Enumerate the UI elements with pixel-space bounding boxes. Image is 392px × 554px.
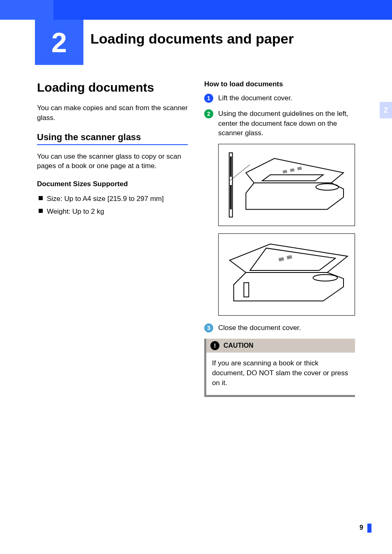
- header-tab: [0, 0, 53, 20]
- step-number-badge: 2: [204, 109, 213, 118]
- mini-heading: Document Sizes Supported: [37, 180, 188, 188]
- caution-icon: !: [210, 341, 219, 350]
- subsection-heading: Using the scanner glass: [37, 132, 188, 145]
- figure-scanner-open-with-guide: [218, 144, 355, 226]
- supported-sizes-list: Size: Up to A4 size [215.9 to 297 mm] We…: [37, 193, 188, 217]
- step-row: 2 Using the document guidelines on the l…: [204, 109, 355, 138]
- caution-box: ! CAUTION If you are scanning a book or …: [204, 339, 355, 397]
- figure-scanner-open-flat: [218, 233, 355, 316]
- header-bar: [0, 0, 392, 20]
- scanner-illustration-2: [221, 234, 352, 315]
- list-item: Weight: Up to 2 kg: [39, 206, 188, 217]
- page-number-mark: [367, 524, 371, 533]
- chapter-title: Loading documents and paper: [90, 31, 294, 47]
- svg-point-5: [313, 275, 337, 281]
- svg-rect-6: [244, 283, 249, 297]
- step-text: Lift the document cover.: [218, 93, 355, 103]
- step-number-badge: 1: [204, 94, 213, 103]
- svg-rect-2: [230, 157, 232, 177]
- step-text: Close the document cover.: [218, 323, 355, 333]
- howto-heading: How to load documents: [204, 80, 355, 88]
- caution-header: ! CAUTION: [206, 339, 355, 353]
- right-column: How to load documents 1 Lift the documen…: [204, 80, 355, 397]
- chapter-number: 2: [51, 26, 67, 58]
- subsection-desc: You can use the scanner glass to copy or…: [37, 152, 188, 171]
- list-item: Size: Up to A4 size [215.9 to 297 mm]: [39, 193, 188, 204]
- page-edge-tab: 2: [380, 102, 392, 118]
- caution-text: If you are scanning a book or thick docu…: [206, 358, 355, 388]
- step-number-badge: 3: [204, 323, 213, 332]
- page-number: 9: [360, 524, 363, 531]
- page-edge-tab-label: 2: [384, 106, 388, 115]
- svg-point-4: [316, 184, 339, 190]
- caution-label: CAUTION: [224, 342, 254, 349]
- svg-rect-3: [230, 185, 232, 209]
- step-text: Using the document guidelines on the lef…: [218, 109, 355, 138]
- left-column: Loading documents You can make copies an…: [37, 80, 188, 397]
- section-intro: You can make copies and scan from the sc…: [37, 103, 188, 123]
- content-columns: Loading documents You can make copies an…: [37, 80, 355, 397]
- chapter-number-block: 2: [35, 20, 83, 65]
- scanner-illustration-1: [221, 144, 352, 226]
- step-row: 1 Lift the document cover.: [204, 93, 355, 103]
- step-row: 3 Close the document cover.: [204, 323, 355, 333]
- section-heading: Loading documents: [37, 80, 188, 95]
